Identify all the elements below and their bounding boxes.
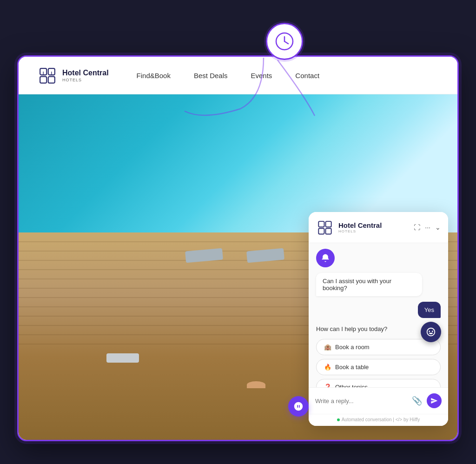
bell-icon bbox=[321, 253, 330, 263]
choice-book-table-emoji: 🔥 bbox=[324, 364, 331, 371]
online-status-dot bbox=[337, 418, 340, 421]
choice-book-room-emoji: 🏨 bbox=[324, 344, 331, 351]
powered-by-text: Automated conversation | </> by Hiiffy bbox=[342, 417, 420, 422]
chat-fab-right-icon bbox=[426, 327, 436, 337]
nav-link-contact[interactable]: Contact bbox=[295, 72, 319, 80]
chat-powered: Automated conversation | </> by Hiiffy bbox=[309, 414, 448, 426]
site-logo-sub: HOTELS bbox=[62, 78, 109, 82]
clock-icon bbox=[274, 31, 295, 52]
pool-image: Hotel Central HOTELS ⛶ ··· ⌄ bbox=[19, 94, 457, 440]
hotel-logo-icon bbox=[37, 65, 58, 86]
scene-wrapper: Hotel Central HOTELS Find&Book Best Deal… bbox=[17, 23, 459, 441]
notification-bell bbox=[316, 249, 335, 267]
choice-book-table-label: Book a table bbox=[335, 364, 369, 371]
send-icon bbox=[430, 397, 438, 404]
svg-rect-21 bbox=[318, 221, 324, 227]
logo-area: Hotel Central HOTELS bbox=[37, 65, 109, 86]
chat-widget: Hotel Central HOTELS ⛶ ··· ⌄ bbox=[309, 212, 448, 426]
choice-book-room[interactable]: 🏨 Book a room bbox=[316, 339, 441, 355]
chat-fab-right[interactable] bbox=[421, 322, 441, 342]
bot-message-1: Can I assist you with your booking? bbox=[316, 273, 422, 296]
chat-logo-icon bbox=[316, 219, 334, 236]
chat-title-area: Hotel Central HOTELS bbox=[338, 221, 409, 233]
choice-book-table[interactable]: 🔥 Book a table bbox=[316, 359, 441, 375]
send-button[interactable] bbox=[427, 393, 442, 408]
svg-rect-23 bbox=[318, 228, 324, 234]
more-button[interactable]: ··· bbox=[425, 224, 430, 231]
collapse-button[interactable]: ⌄ bbox=[435, 224, 441, 231]
expand-button[interactable]: ⛶ bbox=[414, 224, 420, 231]
svg-line-2 bbox=[284, 41, 288, 44]
chat-reply-input[interactable] bbox=[315, 398, 407, 404]
user-message-1: Yes bbox=[418, 302, 441, 318]
svg-rect-22 bbox=[326, 221, 331, 227]
svg-rect-5 bbox=[40, 77, 46, 83]
clock-bubble bbox=[266, 23, 303, 60]
lounger-3 bbox=[106, 353, 139, 363]
hotel-site: Hotel Central HOTELS Find&Book Best Deal… bbox=[19, 57, 457, 440]
chat-widget-title: Hotel Central bbox=[338, 221, 409, 229]
svg-rect-6 bbox=[48, 77, 55, 83]
chat-footer: 📎 bbox=[309, 387, 448, 414]
site-nav: Hotel Central HOTELS Find&Book Best Deal… bbox=[19, 57, 457, 94]
person-hat bbox=[247, 381, 265, 388]
browser-frame: Hotel Central HOTELS Find&Book Best Deal… bbox=[17, 55, 459, 441]
choice-buttons: 🏨 Book a room 🔥 Book a table ❓ Other top… bbox=[316, 339, 441, 387]
chat-fab-left-icon bbox=[293, 401, 304, 411]
nav-link-findbook[interactable]: Find&Book bbox=[137, 72, 171, 80]
choice-other-topics-emoji: ❓ bbox=[324, 384, 331, 387]
nav-link-events[interactable]: Events bbox=[251, 72, 272, 80]
chat-controls: ⛶ ··· ⌄ bbox=[414, 224, 441, 231]
chat-fab-left[interactable] bbox=[288, 396, 309, 417]
choice-other-topics-label: Other topics bbox=[335, 384, 368, 387]
nav-link-bestdeals[interactable]: Best Deals bbox=[194, 72, 228, 80]
logo-text-area: Hotel Central HOTELS bbox=[62, 68, 109, 82]
chat-widget-subtitle: HOTELS bbox=[338, 229, 409, 233]
attach-icon[interactable]: 📎 bbox=[412, 396, 422, 406]
nav-links: Find&Book Best Deals Events Contact bbox=[137, 72, 439, 80]
choice-book-room-label: Book a room bbox=[335, 344, 370, 351]
site-logo-name: Hotel Central bbox=[62, 68, 109, 77]
chat-header: Hotel Central HOTELS ⛶ ··· ⌄ bbox=[309, 212, 448, 243]
chat-messages: Can I assist you with your booking? Yes … bbox=[309, 243, 448, 387]
svg-rect-24 bbox=[326, 228, 331, 234]
choice-other-topics[interactable]: ❓ Other topics bbox=[316, 379, 441, 387]
